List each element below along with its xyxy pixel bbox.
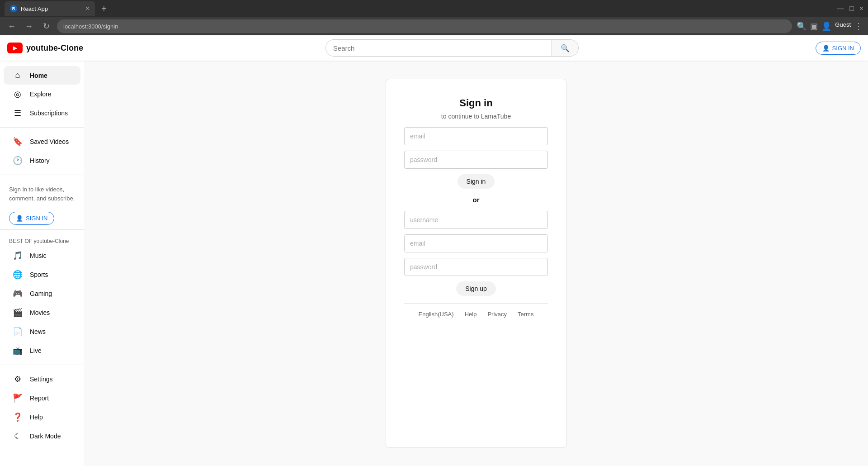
sidebar-divider-1 (0, 127, 84, 128)
main-layout: ⌂ Home ◎ Explore ☰ Subscriptions 🔖 Saved… (0, 61, 868, 466)
sidebar-label-news: News (30, 328, 46, 335)
tab-close-btn[interactable]: × (85, 5, 90, 13)
sidebar-item-report[interactable]: 🚩 Report (4, 389, 80, 408)
signup-username-input[interactable] (404, 211, 548, 229)
content-area: Sign in to continue to LamaTube Sign in … (84, 61, 868, 466)
browser-search-icon[interactable]: 🔍 (797, 21, 807, 31)
browser-layout-icon[interactable]: ▣ (810, 21, 818, 31)
settings-icon: ⚙ (13, 374, 23, 384)
back-btn[interactable]: ← (5, 20, 18, 33)
help-icon: ❓ (13, 412, 23, 422)
refresh-btn[interactable]: ↻ (40, 20, 52, 33)
movies-icon: 🎬 (13, 308, 23, 318)
sidebar-item-subscriptions[interactable]: ☰ Subscriptions (4, 104, 80, 123)
signin-subtitle: to continue to LamaTube (441, 113, 511, 120)
sidebar-sign-in-button[interactable]: 👤 SIGN IN (9, 212, 54, 225)
sidebar-label-sports: Sports (30, 271, 48, 278)
search-input[interactable] (326, 39, 552, 57)
help-link[interactable]: Help (465, 311, 477, 318)
live-icon: 📺 (13, 346, 23, 356)
language-selector[interactable]: English(USA) (419, 311, 454, 318)
logo-area: youtube-Clone (7, 43, 89, 53)
sidebar-item-movies[interactable]: 🎬 Movies (4, 303, 80, 322)
signin-email-input[interactable] (404, 127, 548, 145)
browser-titlebar: R React App × + — □ × (0, 0, 868, 17)
window-close-btn[interactable]: × (859, 5, 863, 13)
best-of-label: BEST OF youtube-Clone (0, 234, 84, 246)
sidebar-label-music: Music (30, 252, 47, 259)
signup-email-input[interactable] (404, 234, 548, 252)
terms-link[interactable]: Terms (518, 311, 533, 318)
sidebar-label-live: Live (30, 347, 42, 354)
address-bar[interactable]: localhost:3000/signin (57, 19, 792, 33)
news-icon: 📄 (13, 327, 23, 337)
sidebar-item-sports[interactable]: 🌐 Sports (4, 265, 80, 284)
header-sign-in-label: SIGN IN (832, 45, 854, 52)
search-button[interactable]: 🔍 (552, 39, 579, 57)
sidebar-label-home: Home (30, 72, 47, 79)
sidebar-item-gaming[interactable]: 🎮 Gaming (4, 284, 80, 303)
signin-title: Sign in (459, 97, 492, 109)
sidebar-label-help: Help (30, 414, 43, 421)
sidebar-item-news[interactable]: 📄 News (4, 322, 80, 341)
home-icon: ⌂ (13, 71, 23, 80)
browser-address-bar-row: ← → ↻ localhost:3000/signin 🔍 ▣ 👤 Guest … (0, 17, 868, 35)
sidebar-label-report: Report (30, 395, 49, 402)
sidebar-item-saved-videos[interactable]: 🔖 Saved Videos (4, 132, 80, 151)
card-footer: English(USA) Help Privacy Terms (404, 303, 548, 318)
search-bar: 🔍 (89, 39, 816, 57)
signin-password-input[interactable] (404, 151, 548, 169)
header-sign-in-button[interactable]: 👤 SIGN IN (816, 42, 861, 55)
forward-btn[interactable]: → (23, 20, 35, 33)
browser-profile-icon[interactable]: 👤 (821, 21, 831, 31)
sports-icon: 🌐 (13, 270, 23, 280)
signin-card: Sign in to continue to LamaTube Sign in … (386, 79, 566, 448)
signup-button[interactable]: Sign up (456, 281, 495, 296)
gaming-icon: 🎮 (13, 289, 23, 299)
new-tab-btn[interactable]: + (99, 4, 109, 14)
logo-icon (7, 43, 23, 53)
sidebar-sign-in-icon: 👤 (16, 215, 23, 222)
window-maximize-btn[interactable]: □ (849, 5, 854, 13)
header-actions: 👤 SIGN IN (816, 42, 861, 55)
sidebar-label-explore: Explore (30, 90, 51, 98)
sidebar-item-history[interactable]: 🕐 History (4, 151, 80, 170)
privacy-link[interactable]: Privacy (487, 311, 507, 318)
explore-icon: ◎ (13, 89, 23, 99)
sidebar-label-gaming: Gaming (30, 290, 52, 297)
logo-text: youtube-Clone (26, 43, 83, 53)
sidebar-sign-in-label: SIGN IN (26, 215, 47, 222)
subscriptions-icon: ☰ (13, 108, 23, 118)
sign-in-promo: Sign in to like videos, comment, and sub… (0, 180, 84, 208)
sidebar-item-settings[interactable]: ⚙ Settings (4, 370, 80, 389)
address-text: localhost:3000/signin (63, 23, 118, 30)
sidebar-item-live[interactable]: 📺 Live (4, 341, 80, 360)
sidebar-label-movies: Movies (30, 309, 50, 316)
browser-guest-label: Guest (835, 21, 851, 31)
sidebar-item-help[interactable]: ❓ Help (4, 408, 80, 427)
signin-button[interactable]: Sign in (458, 174, 495, 189)
browser-tab[interactable]: R React App × (5, 1, 95, 16)
report-icon: 🚩 (13, 393, 23, 403)
tab-favicon: R (10, 5, 17, 12)
sidebar-divider-2 (0, 175, 84, 175)
sidebar-label-saved-videos: Saved Videos (30, 138, 69, 145)
sidebar-item-explore[interactable]: ◎ Explore (4, 85, 80, 104)
signup-password-input[interactable] (404, 258, 548, 276)
dark-mode-icon: ☾ (13, 431, 23, 441)
music-icon: 🎵 (13, 251, 23, 261)
sidebar-divider-4 (0, 365, 84, 365)
app-header: youtube-Clone 🔍 👤 SIGN IN (0, 35, 868, 61)
history-icon: 🕐 (13, 156, 23, 166)
search-icon: 🔍 (561, 44, 570, 52)
sidebar-label-history: History (30, 157, 50, 164)
sidebar-item-home[interactable]: ⌂ Home (4, 66, 80, 85)
or-divider: or (404, 196, 548, 204)
window-minimize-btn[interactable]: — (837, 5, 844, 13)
saved-videos-icon: 🔖 (13, 137, 23, 147)
sidebar-divider-3 (0, 229, 84, 230)
sidebar-label-subscriptions: Subscriptions (30, 109, 68, 117)
browser-menu-icon[interactable]: ⋮ (854, 21, 863, 31)
sidebar-item-dark-mode[interactable]: ☾ Dark Mode (4, 427, 80, 446)
sidebar-item-music[interactable]: 🎵 Music (4, 246, 80, 265)
